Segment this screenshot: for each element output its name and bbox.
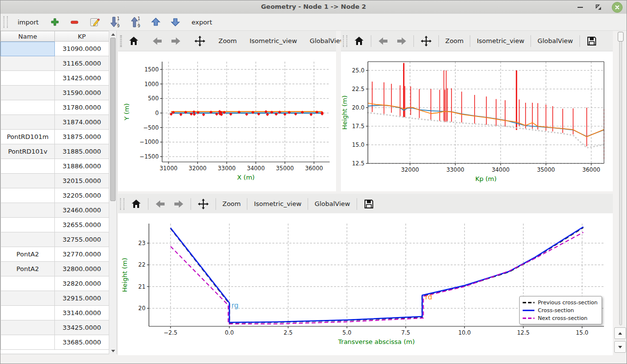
table-row[interactable]: 31425.0000 [0, 71, 109, 86]
plan-view-chart[interactable]: 310003200033000340003500036000−1500−1000… [118, 51, 336, 191]
kp-cell[interactable]: 31425.0000 [55, 71, 109, 86]
scroll-up-button[interactable] [109, 31, 117, 38]
name-cell[interactable]: PontA2 [0, 247, 55, 262]
isometric-view-button[interactable]: Isometric_view [250, 198, 305, 209]
move-up-button[interactable] [147, 16, 164, 28]
kp-cell[interactable]: 33140.0000 [55, 306, 109, 320]
name-cell[interactable] [0, 100, 55, 115]
kp-cell[interactable]: 31165.0000 [55, 56, 109, 71]
pan-button[interactable] [194, 196, 213, 212]
name-cell[interactable] [0, 115, 55, 130]
table-row[interactable]: 32015.0000 [0, 174, 109, 188]
minimize-button[interactable] [575, 2, 585, 13]
name-cell[interactable]: PontRD101v [0, 144, 55, 159]
import-button[interactable]: import [13, 16, 44, 28]
plot-toolbar-grip[interactable] [120, 35, 122, 47]
name-cell[interactable] [0, 320, 55, 335]
table-row[interactable]: 31780.0000 [0, 100, 109, 115]
sort-descending-button[interactable]: 1 9 [106, 15, 124, 29]
kp-cell[interactable]: 31874.0000 [55, 115, 109, 130]
kp-cell[interactable]: 32915.0000 [55, 291, 109, 306]
sort-ascending-button[interactable]: 1 9 [127, 15, 145, 29]
table-row[interactable]: 33685.0000 [0, 335, 109, 350]
kp-cell[interactable]: 31885.0000 [55, 144, 109, 159]
isometric-view-button[interactable]: Isometric_view [473, 35, 528, 46]
pan-button[interactable] [417, 33, 435, 49]
kp-cell[interactable]: 32015.0000 [55, 174, 109, 188]
back-button[interactable] [151, 198, 169, 210]
kp-cell[interactable]: 31090.0000 [55, 42, 109, 56]
table-row[interactable]: 32655.0000 [0, 218, 109, 232]
kp-cell[interactable]: 32460.0000 [55, 203, 109, 218]
rail-down-button[interactable] [614, 341, 626, 353]
forward-button[interactable] [393, 35, 410, 47]
table-row[interactable]: 31886.0000 [0, 159, 109, 174]
save-figure-button[interactable] [583, 34, 601, 48]
globalview-button[interactable]: GlobalView [311, 198, 353, 209]
name-cell[interactable] [0, 86, 55, 100]
table-scrollbar-thumb[interactable] [110, 38, 116, 201]
table-row[interactable]: 32205.0000 [0, 188, 109, 203]
table-row[interactable]: 32820.0000 [0, 276, 109, 291]
table-row[interactable]: 31165.0000 [0, 56, 109, 71]
forward-button[interactable] [167, 35, 185, 47]
kp-cell[interactable]: 32205.0000 [55, 188, 109, 203]
kp-cell[interactable]: 32755.0000 [55, 232, 109, 247]
scroll-down-button[interactable] [109, 347, 117, 354]
name-cell[interactable] [0, 335, 55, 350]
right-scrollbar-thumb[interactable] [618, 32, 624, 42]
edit-row-button[interactable] [86, 15, 103, 29]
table-row[interactable]: 32755.0000 [0, 232, 109, 247]
name-cell[interactable] [0, 276, 55, 291]
name-cell[interactable]: PontA2 [0, 262, 55, 276]
back-button[interactable] [148, 35, 166, 47]
remove-row-button[interactable] [66, 16, 83, 28]
rail-up-button[interactable] [614, 327, 626, 339]
name-cell[interactable] [0, 291, 55, 306]
table-scrollbar[interactable] [109, 31, 117, 354]
home-button[interactable] [125, 34, 143, 48]
name-cell[interactable] [0, 71, 55, 86]
kp-cell[interactable]: 33685.0000 [55, 335, 109, 350]
name-cell[interactable] [0, 232, 55, 247]
zoom-button[interactable]: Zoom [442, 35, 467, 46]
back-button[interactable] [374, 35, 392, 47]
profile-view-chart[interactable]: 320003300034000350003600012.515.017.520.… [341, 51, 613, 191]
forward-button[interactable] [170, 198, 188, 210]
kp-cell[interactable]: 32770.0000 [55, 247, 109, 262]
name-cell[interactable] [0, 306, 55, 320]
restore-button[interactable] [593, 2, 604, 13]
table-row[interactable]: 33425.0000 [0, 320, 109, 335]
toolbar-grip[interactable] [3, 16, 8, 28]
zoom-button[interactable]: Zoom [215, 35, 240, 46]
name-cell[interactable] [0, 203, 55, 218]
kp-cell[interactable]: 31886.0000 [55, 159, 109, 174]
kp-cell[interactable]: 32820.0000 [55, 276, 109, 291]
name-cell[interactable] [0, 218, 55, 232]
table-row[interactable]: 31090.0000 [0, 42, 109, 56]
name-cell[interactable] [0, 56, 55, 71]
table-row[interactable]: 31590.0000 [0, 86, 109, 100]
home-button[interactable] [127, 197, 145, 211]
column-header-kp[interactable]: KP [55, 31, 109, 42]
add-row-button[interactable] [47, 16, 63, 28]
table-row[interactable]: PontA232800.0000 [0, 262, 109, 276]
plot-toolbar-grip[interactable] [343, 35, 347, 47]
table-row[interactable]: PontRD101m31875.0000 [0, 130, 109, 144]
kp-cell[interactable]: 31875.0000 [55, 130, 109, 144]
table-row[interactable]: 32915.0000 [0, 291, 109, 306]
kp-cell[interactable]: 32655.0000 [55, 218, 109, 232]
table-row[interactable]: 33140.0000 [0, 306, 109, 320]
name-cell[interactable]: PontRD101m [0, 130, 55, 144]
cross-section-chart[interactable]: rgrd−2.50.02.55.07.510.012.515.020212223… [118, 213, 613, 355]
save-figure-button[interactable] [360, 197, 378, 211]
table-row[interactable]: 31874.0000 [0, 115, 109, 130]
name-cell[interactable] [0, 42, 55, 56]
kp-cell[interactable]: 31780.0000 [55, 100, 109, 115]
name-cell[interactable] [0, 188, 55, 203]
kp-cell[interactable]: 32800.0000 [55, 262, 109, 276]
move-down-button[interactable] [167, 16, 184, 28]
name-cell[interactable] [0, 159, 55, 174]
name-cell[interactable] [0, 174, 55, 188]
zoom-button[interactable]: Zoom [219, 198, 244, 209]
